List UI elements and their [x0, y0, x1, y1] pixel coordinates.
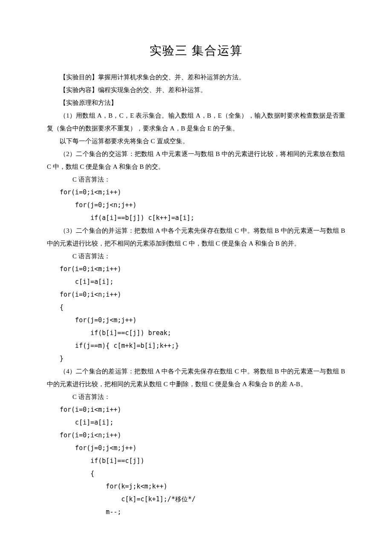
document-page: 实验三 集合运算 【实验目的】掌握用计算机求集合的交、并、差和补运算的方法。 【… [0, 0, 392, 544]
code-label-3: C 语言算法： [47, 390, 345, 403]
document-title: 实验三 集合运算 [47, 43, 345, 59]
code-block-union: for(i=0;i<m;i++) c[i]=a[i]; for(i=0;i<n;… [47, 263, 345, 365]
paragraph-step-4: （4）二个集合的差运算：把数组 A 中各个元素先保存在数组 C 中。将数组 B … [47, 365, 345, 390]
code-label-1: C 语言算法： [47, 173, 345, 186]
paragraph-principle-heading: 【实验原理和方法】 [47, 96, 345, 109]
paragraph-step-1: （1）用数组 A，B，C，E 表示集合。输入数组 A，B，E（全集），输入数据时… [47, 109, 345, 135]
paragraph-content: 【实验内容】编程实现集合的交、并、差和补运算。 [47, 84, 345, 96]
paragraph-step-2: （2）二个集合的交运算：把数组 A 中元素逐一与数组 B 中的元素进行比较，将相… [47, 147, 345, 173]
code-label-2: C 语言算法： [47, 250, 345, 263]
paragraph-step-3: （3）二个集合的并运算：把数组 A 中各个元素先保存在数组 C 中。将数组 B … [47, 224, 345, 250]
code-block-intersection: for(i=0;i<m;i++) for(j=0;j<n;j++) if(a[i… [47, 186, 345, 224]
code-block-difference: for(i=0;i<m;i++) c[i]=a[i]; for(i=0;i<n;… [47, 403, 345, 518]
paragraph-note: 以下每一个运算都要求先将集合 C 置成空集。 [47, 135, 345, 147]
paragraph-purpose: 【实验目的】掌握用计算机求集合的交、并、差和补运算的方法。 [47, 71, 345, 84]
